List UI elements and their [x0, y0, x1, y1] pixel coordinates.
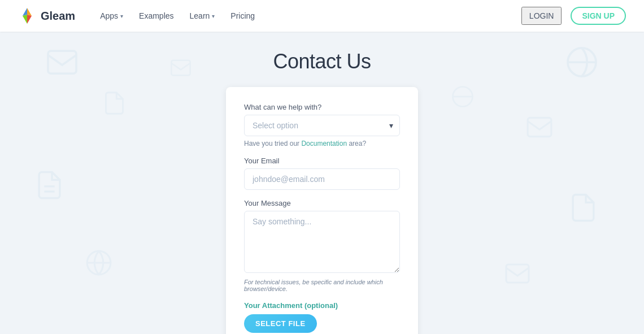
nav-examples[interactable]: Examples	[132, 8, 180, 24]
apps-chevron-icon: ▾	[120, 13, 123, 19]
contact-form-card: What can we help with? Select option Bil…	[226, 87, 418, 334]
nav-learn[interactable]: Learn ▾	[183, 8, 222, 24]
svg-marker-12	[27, 8, 32, 16]
select-file-button[interactable]: SELECT FILE	[244, 314, 317, 333]
svg-marker-13	[23, 8, 27, 16]
message-label: Your Message	[244, 199, 400, 207]
topic-select[interactable]: Select option Billing Technical Issue Ge…	[244, 115, 400, 136]
navbar: Gleam Apps ▾ Examples Learn ▾ Pricing LO…	[0, 0, 644, 32]
help-topic-label: What can we help with?	[244, 103, 400, 111]
main-content: Contact Us What can we help with? Select…	[0, 32, 644, 334]
svg-marker-15	[23, 15, 27, 24]
attachment-label: Your Attachment (optional)	[244, 301, 400, 310]
learn-chevron-icon: ▾	[212, 13, 215, 19]
svg-marker-14	[27, 15, 32, 24]
page-title: Contact Us	[273, 50, 371, 73]
nav-links: Apps ▾ Examples Learn ▾ Pricing	[93, 8, 521, 24]
attachment-group: Your Attachment (optional) SELECT FILE I…	[244, 301, 400, 334]
topic-select-wrapper: Select option Billing Technical Issue Ge…	[244, 115, 400, 136]
tech-hint: For technical issues, be specific and in…	[244, 279, 400, 292]
logo-text: Gleam	[41, 10, 75, 23]
documentation-link[interactable]: Documentation	[301, 140, 347, 148]
signup-button[interactable]: SIGN UP	[571, 7, 626, 25]
email-input[interactable]	[244, 168, 400, 190]
nav-pricing[interactable]: Pricing	[224, 8, 262, 24]
logo[interactable]: Gleam	[18, 7, 75, 25]
logo-icon	[18, 7, 36, 25]
nav-apps[interactable]: Apps ▾	[93, 8, 130, 24]
message-group: Your Message For technical issues, be sp…	[244, 199, 400, 292]
nav-actions: LOGIN SIGN UP	[521, 7, 626, 25]
doc-hint: Have you tried our Documentation area?	[244, 140, 400, 148]
email-label: Your Email	[244, 157, 400, 165]
message-textarea[interactable]	[244, 211, 400, 273]
email-group: Your Email	[244, 157, 400, 190]
login-button[interactable]: LOGIN	[521, 7, 562, 25]
help-topic-group: What can we help with? Select option Bil…	[244, 103, 400, 148]
